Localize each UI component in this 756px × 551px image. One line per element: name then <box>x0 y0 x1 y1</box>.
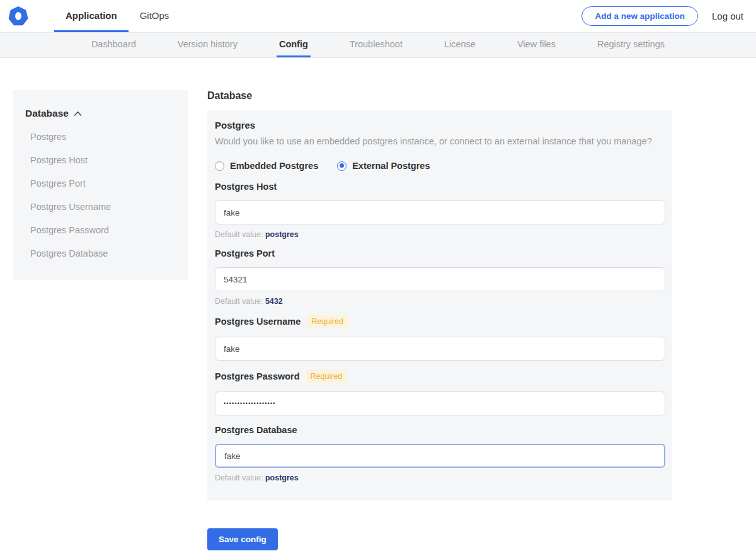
config-group-card: Postgres Would you like to use an embedd… <box>207 110 672 501</box>
field-postgres-database: Postgres Database Default value: postgre… <box>215 425 665 482</box>
top-header: Application GitOps Add a new application… <box>0 0 756 33</box>
field-label: Postgres Username <box>215 316 301 327</box>
top-tabs: Application GitOps <box>54 0 180 32</box>
postgres-username-input[interactable] <box>215 337 665 361</box>
section-help-text: Would you like to use an embedded postgr… <box>215 136 665 146</box>
sidebar-item-postgres-username[interactable]: Postgres Username <box>25 195 176 218</box>
radio-unselected-icon[interactable] <box>215 161 224 171</box>
radio-selected-icon[interactable] <box>337 161 346 171</box>
field-postgres-host: Postgres Host Default value: postgres <box>215 182 665 239</box>
default-value: postgres <box>265 230 299 239</box>
sidebar-item-postgres-port[interactable]: Postgres Port <box>25 171 176 195</box>
config-main: Database Postgres Would you like to use … <box>207 90 672 550</box>
postgres-type-radio-group: Embedded Postgres External Postgres <box>215 161 665 171</box>
replicated-logo-icon <box>6 4 30 28</box>
subnav-tab-dashboard[interactable]: Dashboard <box>89 33 139 57</box>
sidebar-item-postgres[interactable]: Postgres <box>25 125 176 148</box>
postgres-port-input[interactable] <box>215 267 665 291</box>
replicated-logo[interactable] <box>6 0 30 32</box>
subnav-tab-view-files[interactable]: View files <box>515 33 558 57</box>
default-value-line: Default value: 5432 <box>215 297 665 306</box>
field-label: Postgres Database <box>215 425 297 435</box>
tab-application[interactable]: Application <box>54 0 129 32</box>
radio-embedded-postgres[interactable]: Embedded Postgres <box>215 161 318 171</box>
default-value: 5432 <box>265 297 283 306</box>
subnav-tab-license[interactable]: License <box>442 33 478 57</box>
subnav-tab-registry-settings[interactable]: Registry settings <box>595 33 667 57</box>
subnav-tab-config[interactable]: Config <box>277 33 311 57</box>
page-title: Database <box>207 90 672 102</box>
default-value: postgres <box>265 473 299 482</box>
sidebar-group-database[interactable]: Database <box>25 108 176 119</box>
config-sidebar: Database Postgres Postgres Host Postgres… <box>13 90 188 280</box>
radio-label: External Postgres <box>352 161 430 171</box>
required-badge: Required <box>307 315 348 328</box>
sidebar-item-postgres-database[interactable]: Postgres Database <box>25 241 176 265</box>
field-postgres-password: Postgres Password Required <box>215 370 665 415</box>
sidebar-item-postgres-host[interactable]: Postgres Host <box>25 148 176 171</box>
field-postgres-username: Postgres Username Required <box>215 315 665 361</box>
subnav-tab-troubleshoot[interactable]: Troubleshoot <box>347 33 405 57</box>
subnav-tab-version-history[interactable]: Version history <box>175 33 240 57</box>
chevron-up-icon <box>74 111 82 117</box>
tab-gitops[interactable]: GitOps <box>129 0 181 32</box>
default-value-line: Default value: postgres <box>215 230 665 239</box>
radio-external-postgres[interactable]: External Postgres <box>337 161 430 171</box>
postgres-host-input[interactable] <box>215 200 665 224</box>
field-label: Postgres Password <box>215 371 300 381</box>
field-label: Postgres Port <box>215 248 275 258</box>
header-right: Add a new application Log out <box>581 0 743 32</box>
field-label: Postgres Host <box>215 182 277 192</box>
default-value-line: Default value: postgres <box>215 473 665 482</box>
sidebar-group-label: Database <box>25 108 69 119</box>
config-content: Database Postgres Postgres Host Postgres… <box>0 58 756 550</box>
sidebar-item-postgres-password[interactable]: Postgres Password <box>25 218 176 241</box>
radio-label: Embedded Postgres <box>230 161 318 171</box>
postgres-password-input[interactable] <box>215 392 665 415</box>
save-config-button[interactable]: Save config <box>207 528 278 550</box>
postgres-database-input[interactable] <box>215 444 665 468</box>
field-postgres-port: Postgres Port Default value: 5432 <box>215 248 665 306</box>
required-badge: Required <box>306 370 347 383</box>
add-application-button[interactable]: Add a new application <box>581 6 698 26</box>
app-subnav: Dashboard Version history Config Trouble… <box>0 33 756 58</box>
section-heading: Postgres <box>215 120 665 130</box>
logout-link[interactable]: Log out <box>712 11 743 21</box>
